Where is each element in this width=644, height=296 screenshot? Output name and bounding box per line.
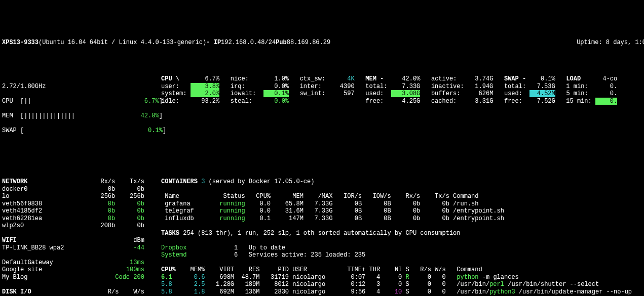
main-row: NETWORK Rx/s Tx/sdocker0 0b 0blo 256b 25… (2, 178, 644, 296)
load-15: 0. (595, 98, 617, 105)
cpu-ghz: 2.72/1.80GHz (2, 83, 161, 91)
ctx-sw: 4K (329, 75, 354, 82)
cpu-iowait: 0.1% (263, 90, 289, 97)
diskio-title: DISK I/O (2, 288, 100, 295)
screen: XPS13-9333 (Ubuntu 16.04 64bit / Linux 4… (2, 31, 644, 296)
left-column: NETWORK Rx/s Tx/sdocker0 0b 0blo 256b 25… (2, 178, 161, 296)
network-title: NETWORK (2, 178, 90, 185)
mem-bar: MEM [|||||||||||||| (2, 112, 141, 119)
process-row[interactable]: 6.1 0.6 698M 48.7M 31719 nicolargo 0:07 … (161, 274, 644, 281)
os-info: (Ubuntu 16.04 64bit / Linux 4.4.0-133-ge… (39, 39, 206, 47)
header-row: XPS13-9333 (Ubuntu 16.04 64bit / Linux 4… (2, 39, 644, 47)
mem-used: 3.08G (391, 90, 421, 97)
network-row: veth56f0838 0b 0b (2, 200, 161, 208)
network-row: docker0 0b 0b (2, 186, 161, 193)
cpu-bar-pct: 6.7% (144, 98, 159, 105)
uptime: Uptime: 8 days, 1:0 (577, 39, 644, 47)
amp-row: Systemd 6 Services active: 235 loaded: 2… (161, 251, 644, 259)
stats-row: 2.72/1.80GHz CPU [|| 6.7%] MEM [||||||||… (2, 75, 644, 142)
ip-value: 192.168.0.48/24 (221, 39, 276, 47)
amp-row: Dropbox 1 Up to date (161, 244, 644, 252)
container-row: grafana running 0.0 65.8M 7.33G 0B 0B 0b… (161, 200, 644, 208)
cpu-system: 2.0% (191, 90, 220, 97)
port-row: My Blog Code 200 (2, 274, 161, 281)
network-row: veth62281ea 0b 0b (2, 215, 161, 223)
process-header: CPU% MEM% VIRT RES PID USER TIME+ THR NI… (161, 266, 644, 274)
process-row[interactable]: 5.8 1.8 692M 136M 2830 nicolargo 9:56 4 … (161, 288, 644, 296)
swap-bar: SWAP [ (2, 127, 148, 134)
pub-label: Pub (276, 39, 287, 47)
swap-used: 4.52M (529, 90, 555, 97)
load-title: LOAD (566, 75, 591, 82)
swap-title: SWAP - (504, 75, 529, 82)
cpu-steal: 0.0% (263, 98, 289, 105)
mem-title: MEM - (365, 75, 391, 82)
containers-header: Name Status CPU% MEM /MAX IOR/s IOW/s Rx… (161, 193, 644, 200)
port-row: DefaultGateway 13ms (2, 259, 161, 267)
cpu-user: 3.8% (191, 83, 220, 90)
port-row: Google site 100ms (2, 266, 161, 274)
container-row: telegraf running 0.0 31.6M 7.33G 0B 0B 0… (161, 207, 644, 215)
top-stats: CPU \ 6.7% nice: 1.0% ctx_sw: 4K MEM - 4… (161, 75, 644, 142)
network-row: lo 256b 256b (2, 193, 161, 200)
pub-value: 88.169.86.29 (287, 39, 330, 47)
ip-label: - IP (206, 39, 221, 47)
wifi-row: TP-LINK_BB28 wpa2 -44 (2, 244, 161, 252)
container-row: influxdb running 0.1 147M 7.33G 0B 0B 0b… (161, 215, 644, 223)
cpu-title: CPU \ (161, 75, 191, 82)
cpu-bar: CPU [|| (2, 98, 144, 105)
network-row: wlp2s0 208b 0b (2, 222, 161, 230)
network-row: veth4185df2 0b 0b (2, 207, 161, 215)
process-row[interactable]: 5.8 2.5 1.28G 189M 8012 nicolargo 0:12 3… (161, 281, 644, 288)
swap-bar-pct: 0.1% (148, 127, 163, 134)
wifi-title: WIFI (2, 237, 130, 244)
mem-bar-pct: 42.0% (141, 112, 159, 119)
right-column: CONTAINERS 3 (served by Docker 17.05.0-c… (161, 178, 644, 296)
tasks-line: TASKS 254 (813 thr), 1 run, 252 slp, 1 o… (161, 230, 644, 237)
hostname: XPS13-9333 (2, 39, 39, 47)
containers-title: CONTAINERS (161, 178, 198, 185)
